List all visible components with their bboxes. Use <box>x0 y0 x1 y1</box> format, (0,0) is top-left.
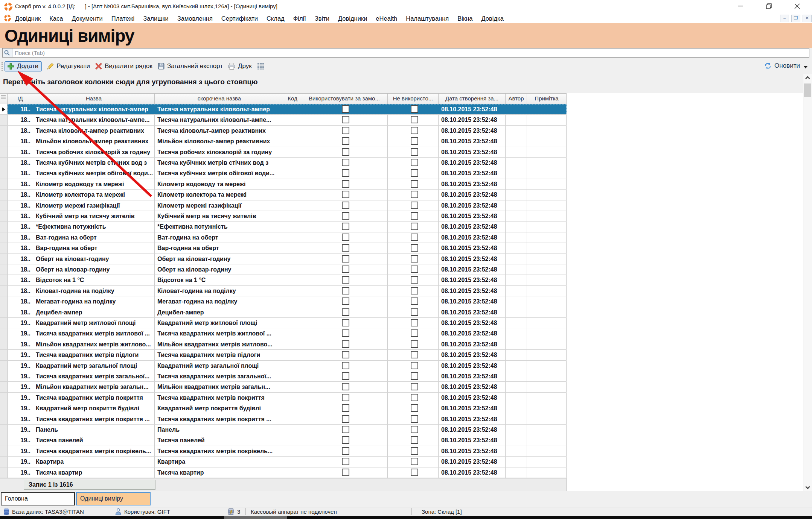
checkbox-use_default[interactable] <box>342 297 349 305</box>
table-row[interactable]: 18..Мільйон кіловольт-ампер реактивнихМі… <box>0 136 567 147</box>
checkbox-not_use[interactable] <box>411 372 418 380</box>
checkbox-not_use[interactable] <box>411 191 418 198</box>
checkbox-use_default[interactable] <box>342 148 349 156</box>
checkbox-use_default[interactable] <box>342 415 349 423</box>
column-header-use_default[interactable]: Використовувати за замо... <box>301 94 388 104</box>
menu-item-14[interactable]: Довідка <box>481 15 503 22</box>
add-button[interactable]: Додати <box>5 61 42 71</box>
menu-item-12[interactable]: Налаштування <box>406 15 449 22</box>
checkbox-not_use[interactable] <box>411 180 418 188</box>
menu-item-1[interactable]: Каса <box>49 15 63 22</box>
checkbox-not_use[interactable] <box>411 244 418 252</box>
checkbox-use_default[interactable] <box>342 394 349 401</box>
checkbox-not_use[interactable] <box>411 447 418 455</box>
checkbox-use_default[interactable] <box>342 202 349 209</box>
checkbox-not_use[interactable] <box>411 297 418 305</box>
checkbox-not_use[interactable] <box>411 148 418 156</box>
columns-icon[interactable] <box>257 63 265 70</box>
column-header-not_use[interactable]: Не використо... <box>388 94 439 104</box>
checkbox-not_use[interactable] <box>411 308 418 316</box>
checkbox-use_default[interactable] <box>342 329 349 337</box>
checkbox-use_default[interactable] <box>342 458 349 465</box>
print-button[interactable]: Друк <box>228 62 252 70</box>
table-row[interactable]: 18..Вар-година на обертВар-година на обе… <box>0 243 567 253</box>
column-header-name[interactable]: Назва <box>33 94 155 104</box>
menu-item-3[interactable]: Платежі <box>111 15 134 22</box>
checkbox-use_default[interactable] <box>342 159 349 166</box>
refresh-button[interactable]: Оновити <box>764 62 807 70</box>
table-row[interactable]: 18..Кілометр колектора та мережіКілометр… <box>0 190 567 200</box>
toolbar-drag-handle[interactable] <box>2 62 3 71</box>
checkbox-not_use[interactable] <box>411 105 418 113</box>
checkbox-use_default[interactable] <box>342 372 349 380</box>
table-row[interactable]: 18..Децибел-амперДецибел-ампер08.10.2015… <box>0 307 567 318</box>
checkbox-not_use[interactable] <box>411 329 418 337</box>
table-row[interactable]: 18..Відсоток на 1 °СВідсоток на 1 °С08.1… <box>0 275 567 285</box>
toolbar-overflow-caret[interactable] <box>804 66 807 68</box>
table-row[interactable]: 18..Тисяча натуральних кіловольт-ампе...… <box>0 115 567 125</box>
checkbox-not_use[interactable] <box>411 276 418 284</box>
checkbox-not_use[interactable] <box>411 415 418 423</box>
minimize-button[interactable] <box>732 0 749 12</box>
checkbox-use_default[interactable] <box>342 308 349 316</box>
restore-button[interactable] <box>760 0 777 12</box>
checkbox-not_use[interactable] <box>411 159 418 166</box>
checkbox-use_default[interactable] <box>342 234 349 241</box>
checkbox-not_use[interactable] <box>411 169 418 177</box>
checkbox-not_use[interactable] <box>411 137 418 145</box>
checkbox-not_use[interactable] <box>411 340 418 348</box>
checkbox-use_default[interactable] <box>342 169 349 177</box>
edit-button[interactable]: Редагувати <box>47 62 90 70</box>
checkbox-use_default[interactable] <box>342 436 349 444</box>
menu-item-8[interactable]: Філії <box>293 15 306 22</box>
table-row[interactable]: 19..Мільйон квадратних метрів загальн...… <box>0 382 567 392</box>
vertical-scrollbar[interactable] <box>803 74 812 492</box>
checkbox-use_default[interactable] <box>342 276 349 284</box>
search-input[interactable]: Поиск (Tab) <box>2 48 809 58</box>
checkbox-use_default[interactable] <box>342 319 349 326</box>
mdi-minimize-button[interactable]: – <box>780 15 789 22</box>
checkbox-not_use[interactable] <box>411 394 418 401</box>
table-row[interactable]: 19..Тисяча квадратних метрів покрівель..… <box>0 446 567 457</box>
checkbox-not_use[interactable] <box>411 436 418 444</box>
table-row[interactable]: 19..КвартираКвартира08.10.2015 23:52:48 <box>0 457 567 467</box>
table-row[interactable]: 18..Кіловат-година на поділкуКіловат-год… <box>0 286 567 296</box>
menu-item-5[interactable]: Замовлення <box>177 15 213 22</box>
checkbox-use_default[interactable] <box>342 255 349 263</box>
checkbox-not_use[interactable] <box>411 362 418 369</box>
bottom-tab-1[interactable]: Одиниці виміру <box>76 492 151 505</box>
checkbox-not_use[interactable] <box>411 127 418 134</box>
checkbox-use_default[interactable] <box>342 447 349 455</box>
checkbox-use_default[interactable] <box>342 127 349 134</box>
checkbox-not_use[interactable] <box>411 266 418 273</box>
table-row[interactable]: 18..Мегават-година на поділкуМегават-год… <box>0 296 567 307</box>
checkbox-use_default[interactable] <box>342 362 349 369</box>
table-row[interactable]: 18..Ват-година на обертВат-година на обе… <box>0 232 567 243</box>
checkbox-not_use[interactable] <box>411 223 418 230</box>
checkbox-use_default[interactable] <box>342 212 349 220</box>
checkbox-use_default[interactable] <box>342 383 349 390</box>
table-row[interactable]: 19..Тисяча квадратних метрів підлогиТися… <box>0 350 567 360</box>
checkbox-use_default[interactable] <box>342 137 349 145</box>
checkbox-not_use[interactable] <box>411 351 418 358</box>
checkbox-use_default[interactable] <box>342 404 349 412</box>
scroll-down-icon[interactable] <box>805 484 810 489</box>
column-header-author[interactable]: Автор <box>506 94 527 104</box>
checkbox-use_default[interactable] <box>342 469 349 476</box>
mdi-close-button[interactable]: ✕ <box>803 15 812 22</box>
checkbox-not_use[interactable] <box>411 469 418 476</box>
table-row[interactable]: 18..Кілометр мережі газифікаціїКілометр … <box>0 200 567 211</box>
menu-item-2[interactable]: Документи <box>72 15 102 22</box>
column-header-id[interactable]: ІД <box>8 94 33 104</box>
menu-item-10[interactable]: Довідники <box>338 15 367 22</box>
menu-item-4[interactable]: Залишки <box>143 15 169 22</box>
table-row[interactable]: 19..ПанельПанель08.10.2015 23:52:48 <box>0 425 567 435</box>
table-row[interactable]: 18..Кілометр водоводу та мережіКілометр … <box>0 179 567 190</box>
table-row[interactable]: 19..Тисяча квадратних метрів покриття ..… <box>0 414 567 425</box>
close-button[interactable] <box>789 0 805 12</box>
checkbox-use_default[interactable] <box>342 340 349 348</box>
table-row[interactable]: 19..Квадратний метр загальної площіКвадр… <box>0 361 567 371</box>
menu-item-11[interactable]: eHealth <box>376 15 397 22</box>
column-header-date[interactable]: Дата створення за... <box>439 94 506 104</box>
bottom-tab-0[interactable]: Головна <box>1 492 75 505</box>
